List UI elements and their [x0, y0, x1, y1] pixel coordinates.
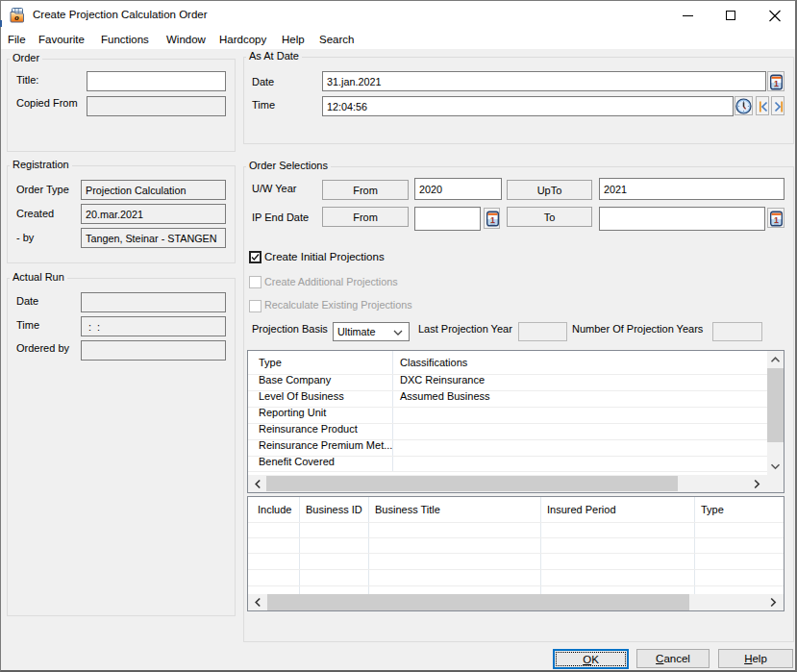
svg-text:1: 1 [774, 78, 779, 87]
svg-text:o: o [14, 12, 19, 22]
svg-text:1: 1 [774, 214, 779, 224]
svg-text:1: 1 [490, 214, 495, 224]
